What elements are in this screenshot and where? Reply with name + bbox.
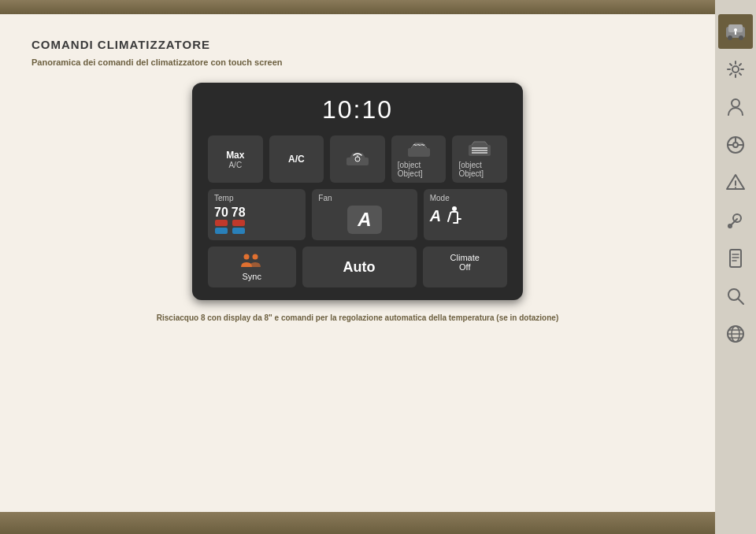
- svg-point-31: [452, 206, 457, 211]
- mode-content: A: [430, 206, 501, 226]
- recirc-button[interactable]: [330, 135, 385, 183]
- temp-label: Temp: [214, 194, 299, 202]
- climate-display-wrapper: 10:10 Max A/C A/C: [32, 83, 684, 300]
- fan-button[interactable]: A: [347, 206, 382, 234]
- climate-off-line1: Climate: [450, 253, 480, 262]
- svg-point-32: [243, 254, 249, 260]
- top-buttons-row: Max A/C A/C: [208, 135, 507, 183]
- temp-values: 70 78: [214, 206, 299, 235]
- temp-bar-blue-right: [232, 228, 245, 234]
- svg-point-4: [734, 28, 737, 32]
- temp-left-value: 70: [214, 206, 228, 220]
- recirc-icon: [345, 150, 370, 168]
- time-display: 10:10: [208, 95, 507, 124]
- ac-button[interactable]: A/C: [269, 135, 324, 183]
- sidebar-item-person[interactable]: [718, 90, 753, 124]
- svg-point-3: [739, 35, 743, 40]
- svg-line-18: [738, 299, 743, 304]
- page-title: COMANDI CLIMATIZZATORE: [32, 38, 684, 51]
- temp-right-block: 78: [232, 206, 246, 235]
- front-defrost-icon: [407, 140, 431, 159]
- sync-label: Sync: [243, 272, 261, 281]
- section-subtitle: Panoramica dei comandi del climatizzator…: [32, 57, 684, 67]
- sync-icon: [238, 253, 266, 270]
- svg-point-2: [728, 35, 732, 40]
- mode-section: Mode A: [424, 189, 507, 240]
- temp-left-bars: [215, 220, 228, 235]
- rear-defrost-icon: [468, 140, 491, 159]
- max-ac-label-line1: Max: [226, 150, 244, 161]
- rear-defrost-button[interactable]: [object Object]: [452, 135, 507, 183]
- temp-bar-blue: [215, 228, 228, 234]
- rear-defrost-label: [object Object]: [458, 161, 501, 178]
- mode-label: Mode: [430, 194, 501, 202]
- caption-text: Risciacquo 8 con display da 8" e comandi…: [32, 313, 684, 324]
- svg-point-33: [252, 254, 258, 260]
- climate-off-button[interactable]: Climate Off: [423, 247, 508, 287]
- sidebar-item-car-info[interactable]: [718, 14, 753, 49]
- sidebar-item-warning[interactable]: [718, 165, 753, 200]
- svg-point-6: [732, 66, 739, 72]
- fan-value: A: [358, 209, 371, 231]
- temp-bar-red: [215, 220, 228, 226]
- svg-point-7: [732, 99, 739, 107]
- temp-right-value: 78: [232, 206, 246, 220]
- sidebar-item-settings[interactable]: [718, 52, 753, 87]
- temp-right-bars: [232, 220, 245, 235]
- auto-label: Auto: [343, 259, 376, 276]
- fan-label: Fan: [318, 194, 332, 202]
- climate-off-line2: Off: [459, 262, 470, 272]
- svg-point-11: [735, 187, 736, 188]
- middle-row: Temp 70 78: [208, 189, 507, 240]
- climate-display: 10:10 Max A/C A/C: [192, 83, 523, 300]
- temp-left-block: 70: [214, 206, 228, 235]
- sidebar-item-steering[interactable]: [718, 128, 753, 162]
- auto-button[interactable]: Auto: [302, 247, 417, 287]
- seated-person-icon: [444, 206, 461, 226]
- sidebar-item-wrench[interactable]: [718, 203, 753, 238]
- svg-rect-5: [735, 32, 736, 35]
- bottom-bar: 47: [0, 512, 756, 534]
- sync-button[interactable]: Sync: [208, 247, 296, 287]
- ac-label: A/C: [288, 154, 305, 165]
- svg-rect-13: [730, 250, 741, 267]
- front-defrost-label: [object Object]: [398, 161, 440, 178]
- mode-value: A: [430, 207, 441, 225]
- top-bar: [0, 0, 756, 14]
- max-ac-label-line2: A/C: [228, 161, 242, 169]
- main-content: COMANDI CLIMATIZZATORE Panoramica dei co…: [0, 14, 715, 512]
- temp-section: Temp 70 78: [208, 189, 306, 240]
- temp-bar-red-right: [232, 220, 245, 226]
- sidebar-item-document[interactable]: [718, 241, 753, 276]
- max-ac-button[interactable]: Max A/C: [208, 135, 263, 183]
- svg-rect-26: [408, 148, 430, 157]
- sidebar-item-language[interactable]: [718, 317, 753, 351]
- right-sidebar: [715, 0, 756, 534]
- sidebar-item-search[interactable]: [718, 279, 753, 313]
- front-defrost-button[interactable]: [object Object]: [391, 135, 447, 183]
- bottom-row: Sync Auto Climate Off: [208, 247, 507, 287]
- fan-section: Fan A: [312, 189, 417, 240]
